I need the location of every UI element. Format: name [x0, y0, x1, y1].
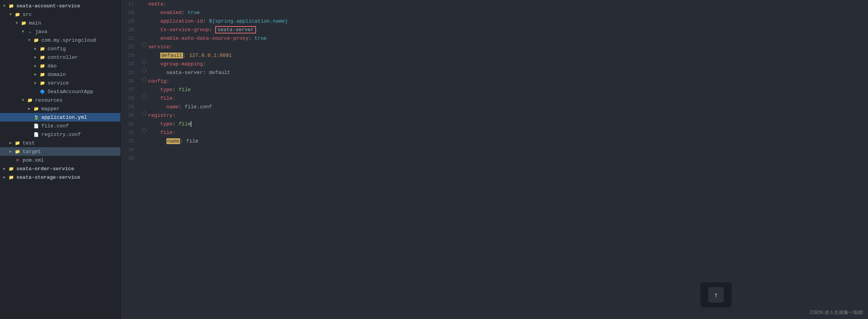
folder-icon: 📁: [33, 37, 40, 44]
sidebar-item-target[interactable]: ▶ 📁 target: [0, 147, 120, 156]
chevron-right-icon: ▶: [33, 80, 38, 86]
gutter-28: [140, 94, 148, 98]
code-editor[interactable]: 17 seata: 18 enabled: true 19 applicatio…: [121, 0, 868, 319]
code-text-24: vgroup-mapping:: [148, 60, 868, 69]
sidebar-item-pom-xml[interactable]: m pom.xml: [0, 156, 120, 164]
tooltip-popup: ↑: [700, 282, 732, 307]
watermark: CSDN @人生就像一场戏!: [810, 309, 863, 316]
line-number: 23: [121, 51, 140, 60]
sidebar-item-label: pom.xml: [23, 157, 44, 163]
conf-file-icon: 📄: [33, 122, 40, 129]
line-number: 24: [121, 60, 140, 69]
sidebar-item-label: seata-account-service: [16, 3, 80, 9]
sidebar-item-label: registry.conf: [41, 132, 81, 137]
sidebar-item-test[interactable]: ▶ 📁 test: [0, 139, 120, 147]
folder-icon: 📁: [39, 62, 46, 69]
line-number: 35: [121, 154, 140, 163]
code-line-30: 30 registry:: [121, 111, 868, 120]
chevron-down-icon: ▼: [14, 20, 19, 26]
xml-file-icon: m: [14, 157, 21, 164]
yml-file-icon: 🍃: [33, 114, 40, 121]
sidebar-item-src[interactable]: ▼ 📁 src: [0, 10, 120, 19]
line-number: 32: [121, 129, 140, 137]
sidebar-item-label: seata-storage-service: [16, 174, 80, 180]
code-line-24: 24 vgroup-mapping:: [121, 60, 868, 69]
sidebar-item-label: seata-order-service: [16, 166, 74, 172]
code-line-26: 26 config:: [121, 77, 868, 86]
code-content-area[interactable]: 17 seata: 18 enabled: true 19 applicatio…: [121, 0, 868, 319]
line-number: 17: [121, 0, 140, 9]
code-text-31: type: file: [148, 120, 868, 129]
folder-icon: 📁: [8, 165, 15, 172]
code-line-19: 19 application-id: ${spring.application.…: [121, 17, 868, 26]
code-text-29: name: file.conf: [148, 103, 868, 111]
sidebar-item-label: java: [35, 29, 47, 35]
line-number: 29: [121, 103, 140, 111]
gutter-26: [140, 77, 148, 81]
chevron-down-icon: ▼: [2, 3, 7, 9]
sidebar-item-label: com.my.springcloud: [41, 37, 96, 43]
line-number: 22: [121, 43, 140, 51]
sidebar-item-seata-order-service[interactable]: ▶ 📁 seata-order-service: [0, 164, 120, 173]
sidebar-item-main[interactable]: ▼ 📁 main: [0, 19, 120, 27]
sidebar-item-config[interactable]: ▶ 📁 config: [0, 44, 120, 53]
gutter-32: [140, 129, 148, 132]
code-text-19: application-id: ${spring.application.nam…: [148, 17, 868, 26]
line-number: 31: [121, 120, 140, 129]
sidebar-item-registry-conf[interactable]: 📄 registry.conf: [0, 130, 120, 139]
sidebar-item-label: mapper: [41, 106, 60, 112]
gutter-22: [140, 43, 148, 47]
sidebar-item-label: SeataAccountApp: [48, 89, 93, 95]
file-tree[interactable]: ▼ 📁 seata-account-service ▼ 📁 src ▼ 📁 ma…: [0, 0, 121, 319]
line-number: 28: [121, 94, 140, 103]
code-text-20: tx-service-group: seata-server: [148, 26, 868, 34]
sidebar-item-seata-storage-service[interactable]: ▶ 📁 seata-storage-service: [0, 173, 120, 182]
sidebar-item-resources[interactable]: ▼ 📁 resources: [0, 96, 120, 104]
chevron-right-icon: ▶: [33, 72, 38, 77]
chevron-down-icon: ▼: [27, 37, 32, 43]
sidebar-item-domain[interactable]: ▶ 📁 domain: [0, 70, 120, 79]
sidebar-item-file-conf[interactable]: 📄 file.conf: [0, 122, 120, 130]
conf-file-icon: 📄: [33, 131, 40, 138]
app-file-icon: 🔷: [39, 88, 46, 95]
folder-icon: 📁: [14, 139, 21, 146]
java-folder-icon: ☕: [27, 28, 34, 35]
chevron-right-icon: ▶: [33, 63, 38, 69]
code-line-31: 31 type: file: [121, 120, 868, 129]
code-line-29: 29 name: file.conf: [121, 103, 868, 111]
gutter-24: [140, 60, 148, 64]
folder-icon: 📁: [27, 97, 34, 104]
code-line-25: 25 seata-server: default: [121, 69, 868, 77]
code-line-27: 27 type: file: [121, 86, 868, 94]
spacer: [27, 115, 32, 120]
sidebar-item-package[interactable]: ▼ 📁 com.my.springcloud: [0, 36, 120, 44]
tooltip-icon: ↑: [708, 287, 724, 303]
spacer: [27, 123, 32, 129]
code-text-17: seata:: [148, 0, 868, 9]
code-line-20: 20 tx-service-group: seata-server: [121, 26, 868, 34]
code-line-34: 34: [121, 146, 868, 154]
line-number: 27: [121, 86, 140, 94]
line-number: 30: [121, 111, 140, 120]
sidebar-item-mapper[interactable]: ▶ 📁 mapper: [0, 104, 120, 113]
folder-icon: 📁: [14, 148, 21, 155]
code-line-22: 22 service:: [121, 43, 868, 51]
code-line-18: 18 enabled: true: [121, 9, 868, 17]
line-number: 20: [121, 26, 140, 34]
sidebar-item-label: test: [23, 140, 35, 146]
sidebar-item-controller[interactable]: ▶ 📁 controller: [0, 53, 120, 62]
gutter-25: [140, 69, 148, 72]
line-number: 21: [121, 34, 140, 43]
line-number: 19: [121, 17, 140, 26]
chevron-right-icon: ▶: [33, 55, 38, 60]
sidebar-item-label: target: [23, 149, 41, 155]
sidebar-item-application-yml[interactable]: 🍃 application.yml: [0, 113, 120, 122]
sidebar-item-label: controller: [48, 55, 78, 60]
sidebar-item-seata-account-app[interactable]: 🔷 SeataAccountApp: [0, 87, 120, 96]
sidebar-item-seata-account-service[interactable]: ▼ 📁 seata-account-service: [0, 2, 120, 10]
sidebar-item-java[interactable]: ▼ ☕ java: [0, 27, 120, 36]
sidebar-item-service[interactable]: ▶ 📁 service: [0, 79, 120, 87]
sidebar-item-label: main: [29, 20, 41, 26]
sidebar-item-dao[interactable]: ▶ 📁 dao: [0, 62, 120, 70]
code-text-32: file:: [148, 129, 868, 137]
